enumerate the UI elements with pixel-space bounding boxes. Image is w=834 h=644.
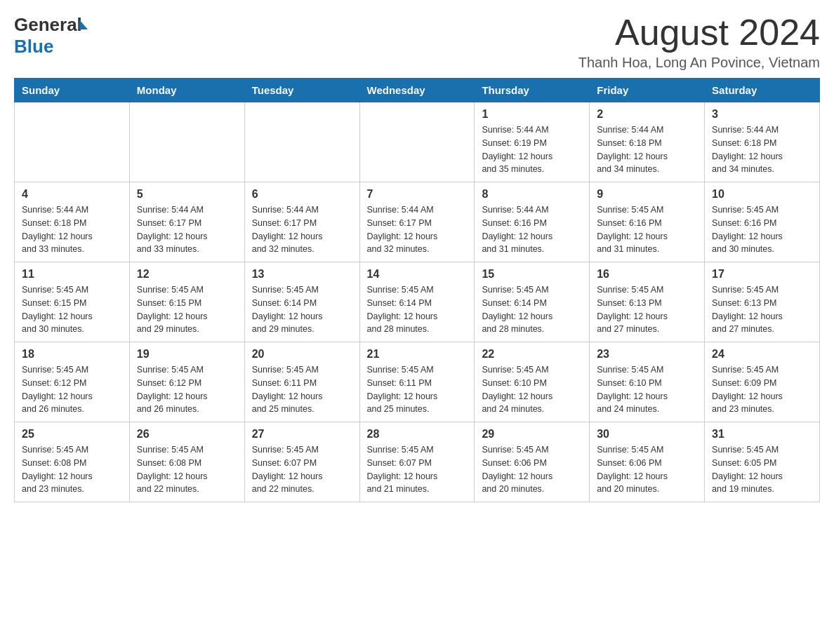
day-info: Sunrise: 5:45 AM Sunset: 6:12 PM Dayligh… — [22, 363, 122, 416]
day-number: 21 — [367, 348, 468, 361]
day-info: Sunrise: 5:45 AM Sunset: 6:11 PM Dayligh… — [367, 363, 468, 416]
day-number: 17 — [712, 268, 812, 281]
calendar-cell: 21Sunrise: 5:45 AM Sunset: 6:11 PM Dayli… — [359, 342, 475, 422]
day-number: 20 — [252, 348, 352, 361]
day-info: Sunrise: 5:45 AM Sunset: 6:16 PM Dayligh… — [597, 203, 697, 256]
day-info: Sunrise: 5:44 AM Sunset: 6:19 PM Dayligh… — [482, 123, 582, 176]
calendar-cell: 10Sunrise: 5:45 AM Sunset: 6:16 PM Dayli… — [705, 182, 820, 262]
day-info: Sunrise: 5:44 AM Sunset: 6:17 PM Dayligh… — [367, 203, 468, 256]
logo: General Blue — [14, 14, 88, 58]
calendar-cell: 12Sunrise: 5:45 AM Sunset: 6:15 PM Dayli… — [129, 262, 244, 342]
day-info: Sunrise: 5:45 AM Sunset: 6:10 PM Dayligh… — [482, 363, 582, 416]
day-number: 25 — [22, 428, 122, 441]
day-info: Sunrise: 5:44 AM Sunset: 6:18 PM Dayligh… — [712, 123, 812, 176]
month-title: August 2024 — [578, 14, 820, 51]
day-number: 13 — [252, 268, 352, 281]
calendar-cell: 25Sunrise: 5:45 AM Sunset: 6:08 PM Dayli… — [15, 422, 130, 502]
calendar-header-row: SundayMondayTuesdayWednesdayThursdayFrid… — [15, 79, 820, 102]
weekday-header: Monday — [129, 79, 244, 102]
day-number: 30 — [597, 428, 697, 441]
day-number: 16 — [597, 268, 697, 281]
calendar-cell: 19Sunrise: 5:45 AM Sunset: 6:12 PM Dayli… — [129, 342, 244, 422]
day-number: 19 — [137, 348, 237, 361]
day-info: Sunrise: 5:45 AM Sunset: 6:07 PM Dayligh… — [367, 443, 468, 496]
calendar-table: SundayMondayTuesdayWednesdayThursdayFrid… — [14, 78, 820, 502]
logo-blue-text: Blue — [14, 36, 88, 58]
calendar-cell: 28Sunrise: 5:45 AM Sunset: 6:07 PM Dayli… — [359, 422, 475, 502]
day-info: Sunrise: 5:44 AM Sunset: 6:17 PM Dayligh… — [137, 203, 237, 256]
calendar-cell: 13Sunrise: 5:45 AM Sunset: 6:14 PM Dayli… — [244, 262, 359, 342]
location-title: Thanh Hoa, Long An Povince, Vietnam — [578, 55, 820, 71]
day-number: 6 — [252, 188, 352, 201]
day-number: 4 — [22, 188, 122, 201]
calendar-week-row: 11Sunrise: 5:45 AM Sunset: 6:15 PM Dayli… — [15, 262, 820, 342]
weekday-header: Saturday — [705, 79, 820, 102]
calendar-cell: 2Sunrise: 5:44 AM Sunset: 6:18 PM Daylig… — [590, 102, 705, 182]
calendar-cell: 1Sunrise: 5:44 AM Sunset: 6:19 PM Daylig… — [475, 102, 590, 182]
day-number: 14 — [367, 268, 468, 281]
calendar-week-row: 4Sunrise: 5:44 AM Sunset: 6:18 PM Daylig… — [15, 182, 820, 262]
day-number: 1 — [482, 108, 582, 121]
calendar-cell — [129, 102, 244, 182]
calendar-cell: 8Sunrise: 5:44 AM Sunset: 6:16 PM Daylig… — [475, 182, 590, 262]
day-number: 23 — [597, 348, 697, 361]
day-info: Sunrise: 5:44 AM Sunset: 6:18 PM Dayligh… — [22, 203, 122, 256]
day-number: 27 — [252, 428, 352, 441]
day-info: Sunrise: 5:45 AM Sunset: 6:13 PM Dayligh… — [712, 283, 812, 336]
day-number: 7 — [367, 188, 468, 201]
day-number: 5 — [137, 188, 237, 201]
day-number: 3 — [712, 108, 812, 121]
day-info: Sunrise: 5:45 AM Sunset: 6:11 PM Dayligh… — [252, 363, 352, 416]
calendar-cell: 7Sunrise: 5:44 AM Sunset: 6:17 PM Daylig… — [359, 182, 475, 262]
calendar-week-row: 18Sunrise: 5:45 AM Sunset: 6:12 PM Dayli… — [15, 342, 820, 422]
calendar-cell: 18Sunrise: 5:45 AM Sunset: 6:12 PM Dayli… — [15, 342, 130, 422]
day-number: 22 — [482, 348, 582, 361]
calendar-cell: 31Sunrise: 5:45 AM Sunset: 6:05 PM Dayli… — [705, 422, 820, 502]
calendar-cell: 9Sunrise: 5:45 AM Sunset: 6:16 PM Daylig… — [590, 182, 705, 262]
weekday-header: Sunday — [15, 79, 130, 102]
calendar-cell: 27Sunrise: 5:45 AM Sunset: 6:07 PM Dayli… — [244, 422, 359, 502]
weekday-header: Tuesday — [244, 79, 359, 102]
day-number: 29 — [482, 428, 582, 441]
calendar-cell: 24Sunrise: 5:45 AM Sunset: 6:09 PM Dayli… — [705, 342, 820, 422]
day-number: 15 — [482, 268, 582, 281]
day-info: Sunrise: 5:45 AM Sunset: 6:14 PM Dayligh… — [482, 283, 582, 336]
day-info: Sunrise: 5:45 AM Sunset: 6:09 PM Dayligh… — [712, 363, 812, 416]
day-info: Sunrise: 5:45 AM Sunset: 6:13 PM Dayligh… — [597, 283, 697, 336]
weekday-header: Thursday — [475, 79, 590, 102]
day-number: 12 — [137, 268, 237, 281]
day-info: Sunrise: 5:44 AM Sunset: 6:16 PM Dayligh… — [482, 203, 582, 256]
calendar-cell: 4Sunrise: 5:44 AM Sunset: 6:18 PM Daylig… — [15, 182, 130, 262]
day-number: 28 — [367, 428, 468, 441]
day-info: Sunrise: 5:45 AM Sunset: 6:14 PM Dayligh… — [252, 283, 352, 336]
weekday-header: Wednesday — [359, 79, 475, 102]
page-header: General Blue August 2024 Thanh Hoa, Long… — [14, 14, 820, 71]
header-right: August 2024 Thanh Hoa, Long An Povince, … — [578, 14, 820, 71]
calendar-cell: 6Sunrise: 5:44 AM Sunset: 6:17 PM Daylig… — [244, 182, 359, 262]
calendar-cell: 22Sunrise: 5:45 AM Sunset: 6:10 PM Dayli… — [475, 342, 590, 422]
logo-general-text: General — [14, 14, 82, 36]
calendar-week-row: 25Sunrise: 5:45 AM Sunset: 6:08 PM Dayli… — [15, 422, 820, 502]
day-number: 31 — [712, 428, 812, 441]
calendar-cell — [244, 102, 359, 182]
calendar-cell: 14Sunrise: 5:45 AM Sunset: 6:14 PM Dayli… — [359, 262, 475, 342]
calendar-cell: 11Sunrise: 5:45 AM Sunset: 6:15 PM Dayli… — [15, 262, 130, 342]
calendar-cell — [15, 102, 130, 182]
calendar-cell: 16Sunrise: 5:45 AM Sunset: 6:13 PM Dayli… — [590, 262, 705, 342]
day-number: 18 — [22, 348, 122, 361]
calendar-cell: 26Sunrise: 5:45 AM Sunset: 6:08 PM Dayli… — [129, 422, 244, 502]
calendar-week-row: 1Sunrise: 5:44 AM Sunset: 6:19 PM Daylig… — [15, 102, 820, 182]
calendar-cell: 3Sunrise: 5:44 AM Sunset: 6:18 PM Daylig… — [705, 102, 820, 182]
weekday-header: Friday — [590, 79, 705, 102]
calendar-cell: 15Sunrise: 5:45 AM Sunset: 6:14 PM Dayli… — [475, 262, 590, 342]
day-info: Sunrise: 5:45 AM Sunset: 6:08 PM Dayligh… — [137, 443, 237, 496]
day-info: Sunrise: 5:45 AM Sunset: 6:15 PM Dayligh… — [137, 283, 237, 336]
day-info: Sunrise: 5:45 AM Sunset: 6:06 PM Dayligh… — [482, 443, 582, 496]
day-info: Sunrise: 5:45 AM Sunset: 6:06 PM Dayligh… — [597, 443, 697, 496]
day-info: Sunrise: 5:45 AM Sunset: 6:05 PM Dayligh… — [712, 443, 812, 496]
day-info: Sunrise: 5:45 AM Sunset: 6:08 PM Dayligh… — [22, 443, 122, 496]
day-info: Sunrise: 5:45 AM Sunset: 6:16 PM Dayligh… — [712, 203, 812, 256]
calendar-cell: 5Sunrise: 5:44 AM Sunset: 6:17 PM Daylig… — [129, 182, 244, 262]
calendar-cell: 30Sunrise: 5:45 AM Sunset: 6:06 PM Dayli… — [590, 422, 705, 502]
calendar-cell: 23Sunrise: 5:45 AM Sunset: 6:10 PM Dayli… — [590, 342, 705, 422]
